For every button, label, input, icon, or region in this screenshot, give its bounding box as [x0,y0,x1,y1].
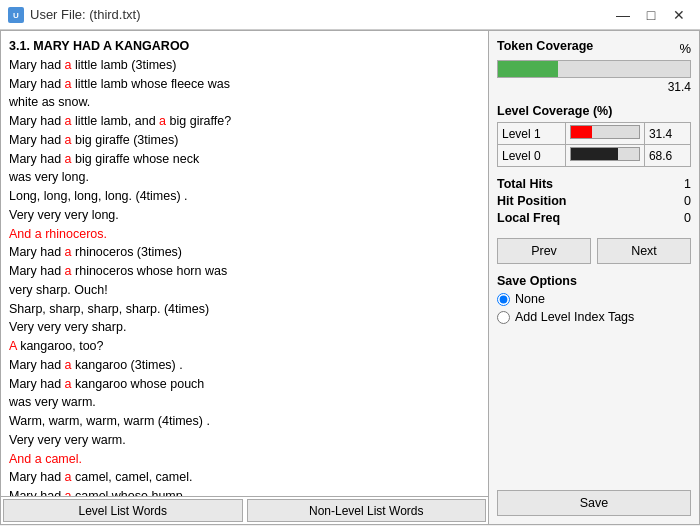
level-coverage-title: Level Coverage (%) [497,104,691,118]
window-controls: — □ ✕ [610,4,692,26]
local-freq-row: Local Freq 0 [497,211,691,225]
text-line: Mary had a little lamb, and a big giraff… [9,112,480,131]
token-coverage-unit: % [679,41,691,56]
text-panel: 3.1. MARY HAD A KANGAROOMary had a littl… [1,31,489,524]
level-percentage: 31.4 [644,123,690,145]
level-percentage: 68.6 [644,145,690,167]
text-line: Mary had a camel, camel, camel. [9,468,480,487]
stats-section: Total Hits 1 Hit Position 0 Local Freq 0 [497,177,691,228]
save-option-radio-1[interactable] [497,311,510,324]
text-line: And a camel. [9,450,480,469]
hit-position-label: Hit Position [497,194,566,208]
text-line: Mary had a big giraffe whose neck [9,150,480,169]
text-line: Mary had a kangaroo (3times) . [9,356,480,375]
level-coverage-section: Level Coverage (%) Level 131.4Level 068.… [497,104,691,167]
save-option-label-0: None [515,292,545,306]
level-row: Level 131.4 [498,123,691,145]
minimize-button[interactable]: — [610,4,636,26]
token-coverage-value: 31.4 [497,80,691,94]
save-option-label-1: Add Level Index Tags [515,310,634,324]
level-bar-cell [565,145,644,167]
save-options-title: Save Options [497,274,691,288]
title-bar: U User File: (third.txt) — □ ✕ [0,0,700,30]
text-line: Mary had a rhinoceros whose horn was [9,262,480,281]
level-name: Level 1 [498,123,566,145]
nav-buttons: Prev Next [497,238,691,264]
window-title: User File: (third.txt) [30,7,610,22]
text-line: Very very very long. [9,206,480,225]
text-line: Mary had a rhinoceros (3times) [9,243,480,262]
level-name: Level 0 [498,145,566,167]
token-coverage-fill [498,61,558,77]
main-container: 3.1. MARY HAD A KANGAROOMary had a littl… [0,30,700,525]
text-line: Mary had a kangaroo whose pouch [9,375,480,394]
right-panel: Token Coverage % 31.4 Level Coverage (%)… [489,31,699,524]
text-line: Mary had a camel whose hump [9,487,480,496]
token-coverage-bar [497,60,691,78]
hit-position-row: Hit Position 0 [497,194,691,208]
total-hits-row: Total Hits 1 [497,177,691,191]
save-option-row: None [497,292,691,306]
non-level-list-words-button[interactable]: Non-Level List Words [247,499,487,522]
level-row: Level 068.6 [498,145,691,167]
svg-text:U: U [13,11,19,20]
local-freq-value: 0 [684,211,691,225]
close-button[interactable]: ✕ [666,4,692,26]
text-line: Very very very sharp. [9,318,480,337]
level-bar-cell [565,123,644,145]
token-coverage-section: Token Coverage % 31.4 [497,39,691,94]
level-list-words-button[interactable]: Level List Words [3,499,243,522]
text-footer: Level List Words Non-Level List Words [1,496,488,524]
text-line: Mary had a little lamb (3times) [9,56,480,75]
total-hits-value: 1 [684,177,691,191]
save-button[interactable]: Save [497,490,691,516]
hit-position-value: 0 [684,194,691,208]
level-coverage-table: Level 131.4Level 068.6 [497,122,691,167]
text-line: Mary had a big giraffe (3times) [9,131,480,150]
text-line: was very long. [9,168,480,187]
text-line: And a rhinoceros. [9,225,480,244]
text-line: Long, long, long, long. (4times) . [9,187,480,206]
text-content-area[interactable]: 3.1. MARY HAD A KANGAROOMary had a littl… [1,31,488,496]
next-button[interactable]: Next [597,238,691,264]
text-line: 3.1. MARY HAD A KANGAROO [9,37,480,56]
text-line: very sharp. Ouch! [9,281,480,300]
text-line: A kangaroo, too? [9,337,480,356]
app-icon: U [8,7,24,23]
local-freq-label: Local Freq [497,211,560,225]
save-option-radio-0[interactable] [497,293,510,306]
text-line: Warm, warm, warm, warm (4times) . [9,412,480,431]
maximize-button[interactable]: □ [638,4,664,26]
save-options-section: Save Options NoneAdd Level Index Tags [497,274,691,328]
text-line: Sharp, sharp, sharp, sharp. (4times) [9,300,480,319]
save-option-row: Add Level Index Tags [497,310,691,324]
text-line: Very very very warm. [9,431,480,450]
prev-button[interactable]: Prev [497,238,591,264]
token-coverage-title: Token Coverage [497,39,593,53]
total-hits-label: Total Hits [497,177,553,191]
text-line: was very warm. [9,393,480,412]
text-line: white as snow. [9,93,480,112]
text-line: Mary had a little lamb whose fleece was [9,75,480,94]
